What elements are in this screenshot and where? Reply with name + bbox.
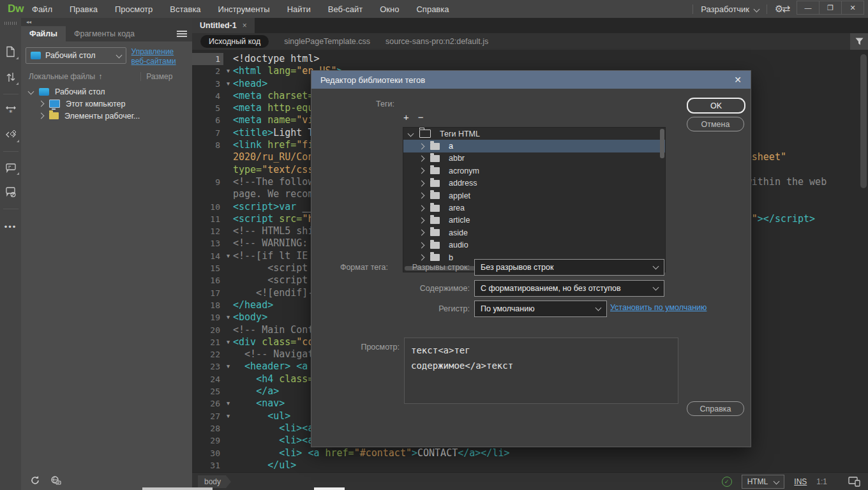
connect-preview-icon[interactable] [50, 475, 61, 486]
set-default-link[interactable]: Установить по умолчанию [610, 303, 707, 312]
chevron-right-icon[interactable] [38, 113, 45, 119]
add-tag-button[interactable]: + [403, 112, 409, 122]
files-tree-item[interactable]: Этот компьютер [21, 98, 192, 110]
live-view-swap-icon[interactable]: * [5, 105, 17, 115]
code-line[interactable]: 1<!doctype html> [192, 53, 868, 65]
fold-arrow-icon[interactable]: ▼ [223, 78, 233, 90]
chevron-right-icon[interactable] [419, 217, 425, 223]
column-local-files[interactable]: Локальные файлы [29, 72, 95, 81]
fold-arrow-icon[interactable]: ▼ [223, 360, 233, 373]
filter-icon[interactable] [850, 33, 868, 50]
drag-handle[interactable] [4, 22, 17, 25]
minimize-button[interactable]: — [797, 1, 819, 14]
tag-tree-root[interactable]: Теги HTML [403, 128, 665, 140]
fold-arrow-icon[interactable]: ▼ [223, 65, 233, 77]
fold-arrow-icon[interactable]: ▼ [223, 311, 233, 323]
chevron-right-icon[interactable] [419, 143, 425, 149]
chevron-down-icon[interactable] [408, 131, 414, 137]
fold-arrow-icon[interactable]: ▼ [223, 250, 233, 262]
menu-item[interactable]: Правка [70, 4, 98, 14]
chevron-right-icon[interactable] [419, 193, 425, 199]
manage-sites-link[interactable]: Управление веб-сайтами [131, 47, 188, 66]
files-tree-item[interactable]: Элементы рабочег... [21, 110, 192, 122]
contents-select[interactable]: С форматированием, но без отступов [474, 280, 664, 297]
chevron-right-icon[interactable] [419, 168, 425, 174]
folder-icon [430, 254, 440, 261]
dialog-title-bar[interactable]: Редактор библиотеки тегов ✕ [311, 71, 751, 89]
file-management-icon[interactable] [6, 71, 16, 83]
menu-item[interactable]: Инструменты [218, 4, 270, 14]
chevron-right-icon[interactable] [419, 180, 425, 186]
tag-tree-item[interactable]: address [403, 177, 665, 189]
tag-tree-item[interactable]: article [403, 214, 665, 226]
related-file[interactable]: source-sans-pro:n2:default.js [385, 37, 488, 46]
menu-item[interactable]: Найти [287, 4, 311, 14]
chevron-right-icon[interactable] [419, 255, 425, 261]
line-breaks-select[interactable]: Без разрывов строк [474, 259, 664, 276]
code-line[interactable]: 30 <li> <a href="#contact">CONTACT</a></… [192, 447, 868, 459]
dialog-close-icon[interactable]: ✕ [734, 75, 742, 85]
chevron-down-icon[interactable] [28, 89, 34, 95]
collapse-panel-button[interactable]: ◂◂ [21, 18, 192, 26]
case-select[interactable]: По умолчанию [474, 301, 607, 317]
fold-arrow-icon[interactable]: ▼ [223, 336, 233, 348]
fold-arrow-icon[interactable]: ▼ [223, 397, 233, 410]
line-number: 9 [192, 176, 223, 188]
close-button[interactable]: ✕ [841, 1, 864, 14]
chevron-right-icon[interactable] [419, 230, 425, 236]
app-logo: Dw [8, 3, 29, 15]
menu-item[interactable]: Окно [380, 4, 399, 14]
tag-tree-item[interactable]: acronym [403, 165, 665, 177]
gutter-space [223, 459, 233, 471]
workspace-switcher[interactable]: Разработчик [701, 4, 759, 14]
tag-tree-item[interactable]: abbr [403, 152, 665, 165]
tab-files[interactable]: Файлы [21, 26, 66, 41]
tag-selector-body[interactable]: body [198, 475, 231, 488]
close-tab-icon[interactable]: × [243, 21, 247, 30]
tag-tree-item[interactable]: area [403, 202, 665, 214]
files-tree-item[interactable]: Рабочий стол [21, 85, 192, 98]
code-inspect-icon[interactable] [5, 130, 17, 140]
menu-item[interactable]: Веб-сайт [328, 4, 363, 14]
tag-tree-item[interactable]: audio [403, 239, 665, 251]
related-file[interactable]: Исходный код [200, 35, 269, 48]
chevron-down-icon [653, 285, 659, 291]
menu-item[interactable]: Просмотр [115, 4, 153, 14]
sync-settings-icon[interactable]: ⚙⇄ [775, 3, 789, 15]
help-button[interactable]: Справка [687, 401, 744, 416]
menu-item[interactable]: Справка [416, 4, 449, 14]
scrollbar-thumb[interactable] [860, 54, 867, 188]
menu-item[interactable]: Вставка [170, 4, 200, 14]
chevron-right-icon[interactable] [419, 242, 425, 248]
document-tab[interactable]: Untitled-1 × [192, 18, 255, 33]
chevron-right-icon[interactable] [38, 101, 45, 107]
tag-tree-item[interactable]: aside [403, 226, 665, 239]
refresh-icon[interactable] [30, 475, 40, 486]
comments-icon[interactable] [5, 163, 17, 173]
tag-tree-item[interactable]: applet [403, 189, 665, 202]
comments-disabled-icon[interactable] [5, 187, 17, 198]
scrollbar-thumb[interactable] [660, 129, 664, 158]
remove-tag-button[interactable]: − [418, 112, 424, 122]
doctype-selector[interactable]: HTML [742, 475, 785, 489]
chevron-right-icon[interactable] [419, 205, 425, 211]
lint-ok-icon[interactable]: ✓ [722, 477, 732, 487]
site-selector[interactable]: Рабочий стол [26, 47, 126, 64]
insert-mode-indicator[interactable]: INS [794, 477, 807, 486]
panel-menu-icon[interactable] [177, 29, 187, 38]
cancel-button[interactable]: Отмена [687, 117, 744, 131]
fold-arrow-icon[interactable]: ▼ [223, 410, 233, 422]
ok-button[interactable]: OK [687, 98, 745, 114]
gutter-space [223, 201, 233, 213]
tag-tree-item[interactable]: a [403, 140, 665, 152]
tab-code-snippets[interactable]: Фрагменты кода [66, 26, 143, 41]
open-documents-icon[interactable] [5, 46, 16, 57]
column-size[interactable]: Размер [146, 72, 172, 81]
menu-item[interactable]: Файл [32, 4, 52, 14]
chevron-right-icon[interactable] [419, 156, 425, 162]
restore-button[interactable]: ❐ [819, 1, 841, 14]
code-line[interactable]: 31 </ul> [192, 459, 868, 471]
preview-in-device-icon[interactable] [848, 477, 860, 487]
more-tools-icon[interactable]: ••• [4, 222, 17, 232]
related-file[interactable]: singlePageTemplate.css [284, 37, 370, 46]
